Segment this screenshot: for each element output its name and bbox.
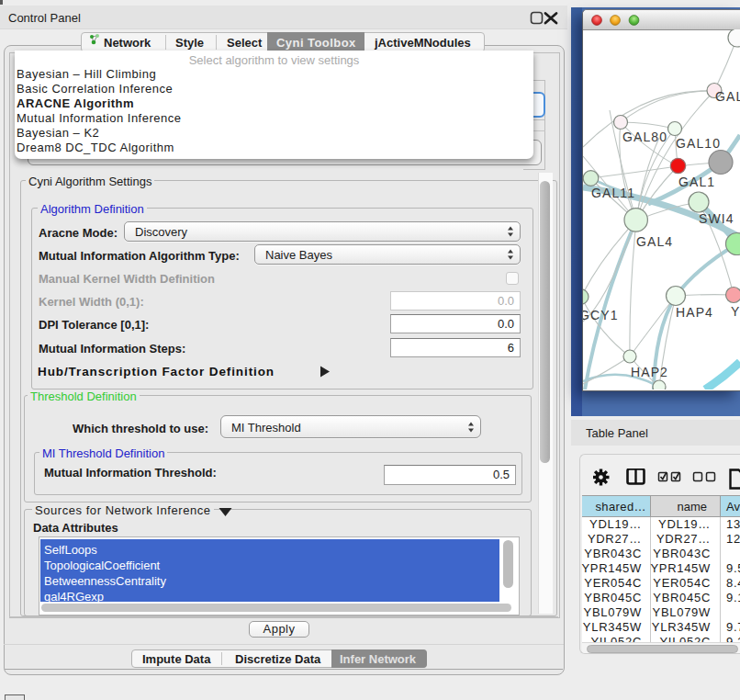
- svg-text:GAL10: GAL10: [676, 136, 721, 151]
- svg-text:Y: Y: [731, 304, 740, 319]
- svg-text:HAP2: HAP2: [631, 365, 668, 379]
- svg-text:GAL7: GAL7: [715, 89, 740, 104]
- svg-text:HAP4: HAP4: [676, 305, 713, 320]
- svg-text:GAL11: GAL11: [591, 186, 635, 200]
- svg-text:GAL4: GAL4: [636, 234, 673, 249]
- svg-text:GCY1: GCY1: [583, 308, 619, 322]
- svg-text:SWI4: SWI4: [699, 211, 734, 226]
- svg-text:GAL1: GAL1: [678, 175, 715, 189]
- svg-text:GAL80: GAL80: [622, 130, 667, 144]
